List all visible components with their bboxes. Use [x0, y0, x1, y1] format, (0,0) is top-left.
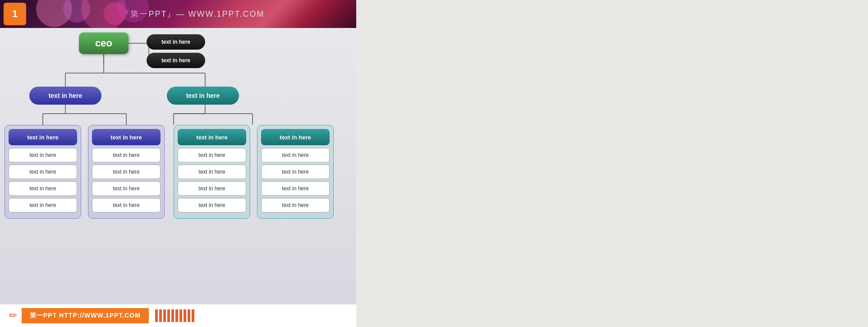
pencil-icon: ✏: [9, 310, 17, 322]
col3-item-2: text in here: [178, 165, 246, 179]
col1-item-4: text in here: [9, 198, 77, 212]
col4-item-3: text in here: [261, 181, 330, 196]
col2-item-4: text in here: [92, 198, 161, 212]
side-node-2: text in here: [147, 53, 205, 68]
side-node-1: text in here: [147, 34, 205, 50]
logo: 1: [4, 3, 26, 25]
column-2: text in here text in here text in here t…: [88, 125, 165, 219]
column-3: text in here text in here text in here t…: [174, 125, 250, 219]
col3-header: text in here: [178, 129, 246, 145]
slide-footer: ✏ 第一PPT HTTP://WWW.1PPT.COM: [0, 304, 356, 327]
col2-item-2: text in here: [92, 165, 161, 179]
col1-item-3: text in here: [9, 181, 77, 196]
col3-item-1: text in here: [178, 148, 246, 162]
column-1: text in here text in here text in here t…: [5, 125, 81, 219]
footer-stripes: [155, 309, 194, 322]
slide-panel: 1 『第一PPT』— WWW.1PPT.COM: [0, 0, 356, 327]
ceo-label: ceo: [95, 37, 112, 49]
column-4: text in here text in here text in here t…: [257, 125, 334, 219]
col1-item-2: text in here: [9, 165, 77, 179]
col3-item-4: text in here: [178, 198, 246, 212]
col2-header: text in here: [92, 129, 161, 145]
slide-content: ceo text in here text in here text in he…: [0, 28, 356, 304]
col2-item-1: text in here: [92, 148, 161, 162]
col4-item-2: text in here: [261, 165, 330, 179]
col4-item-4: text in here: [261, 198, 330, 212]
footer-url: 第一PPT HTTP://WWW.1PPT.COM: [22, 308, 149, 323]
slide-header: 1 『第一PPT』— WWW.1PPT.COM: [0, 0, 356, 28]
col2-item-3: text in here: [92, 181, 161, 196]
right-panel: [356, 0, 868, 327]
col4-header: text in here: [261, 129, 330, 145]
level2-right-node: text in here: [167, 87, 239, 105]
ceo-node: ceo: [79, 32, 129, 54]
col4-item-1: text in here: [261, 148, 330, 162]
level2-left-node: text in here: [29, 87, 101, 105]
col3-item-3: text in here: [178, 181, 246, 196]
col1-item-1: text in here: [9, 148, 77, 162]
col1-header: text in here: [9, 129, 77, 145]
